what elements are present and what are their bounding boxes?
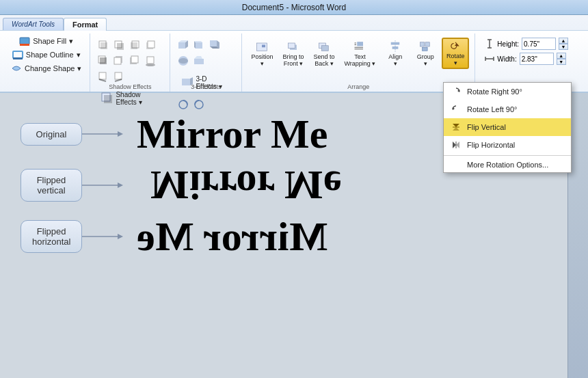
3d-rotate-icon-2[interactable] <box>191 97 206 112</box>
height-spinner: ▲ ▼ <box>559 38 568 50</box>
tab-wordart-tools[interactable]: WordArt Tools <box>3 18 64 30</box>
height-up[interactable]: ▲ <box>559 38 568 44</box>
flip-horizontal-item[interactable]: Flip Horizontal <box>444 136 571 154</box>
height-down[interactable]: ▼ <box>559 44 568 50</box>
svg-rect-1 <box>20 44 29 46</box>
3d-icon-1[interactable] <box>176 38 191 53</box>
shape-actions: Shape Fill ▾ Shape Outline ▾ <box>8 35 84 90</box>
shadow-icon-8[interactable] <box>143 53 158 68</box>
flipped-horizontal-label: Flippedhorizontal <box>32 226 70 247</box>
group-button[interactable]: Group ▾ <box>412 38 439 69</box>
group-label-shadow: Shadow Effects <box>109 83 151 90</box>
rotate-right-label: Rotate Right 90° <box>467 87 522 96</box>
svg-rect-55 <box>391 42 400 45</box>
shape-outline-button[interactable]: Shape Outline ▾ <box>10 49 83 61</box>
svg-marker-80 <box>118 234 123 239</box>
shape-fill-icon <box>19 36 30 46</box>
wordart-flipped-h-container: Mirror Me <box>123 216 341 257</box>
shape-outline-icon <box>12 49 23 60</box>
rotate-left-item[interactable]: Rotate Left 90° <box>444 100 571 118</box>
svg-rect-49 <box>358 42 364 46</box>
svg-point-36 <box>178 58 188 64</box>
svg-rect-57 <box>420 42 425 46</box>
3d-icon-2[interactable] <box>191 38 206 53</box>
3d-icon-4[interactable] <box>176 53 191 68</box>
svg-marker-31 <box>194 41 202 42</box>
shadow-icon-4[interactable] <box>143 38 158 53</box>
width-label: Width: <box>497 55 516 63</box>
svg-rect-20 <box>99 72 106 79</box>
svg-rect-25 <box>104 95 112 103</box>
rotate-left-icon <box>451 104 462 115</box>
more-rotation-item[interactable]: More Rotation Options... <box>444 157 571 172</box>
more-rotation-label: More Rotation Options... <box>467 161 548 169</box>
tab-format[interactable]: Format <box>64 18 107 31</box>
height-input[interactable] <box>522 38 556 50</box>
align-button[interactable]: Align ▾ <box>382 38 409 69</box>
shape-fill-label: Shape Fill <box>33 37 66 45</box>
shape-outline-arrow: ▾ <box>77 51 81 59</box>
flip-vertical-item[interactable]: Flip Vertical <box>444 118 571 136</box>
rotate-button[interactable]: Rotate ▾ <box>442 38 469 69</box>
svg-rect-19 <box>147 57 154 64</box>
svg-marker-78 <box>118 183 123 188</box>
ribbon: WordArt Tools Format Shape Fill ▾ <box>0 15 588 93</box>
height-icon <box>485 39 494 49</box>
shadow-icon-2[interactable] <box>111 38 126 53</box>
height-row: Height: ▲ ▼ <box>485 38 568 50</box>
ribbon-group-shapes: Shape Fill ▾ Shape Outline ▾ <box>3 33 90 92</box>
ribbon-group-shadow: ShadowEffects ▾ Shadow Effects <box>90 33 170 92</box>
change-shape-label: Change Shape <box>25 64 75 72</box>
svg-marker-72 <box>453 141 456 148</box>
shape-fill-arrow: ▾ <box>69 37 73 46</box>
flipped-horizontal-arrow <box>82 230 123 243</box>
position-button[interactable]: Position ▾ <box>248 38 276 69</box>
3d-effects-button[interactable]: 3-DEffects ▾ <box>176 69 226 96</box>
svg-rect-13 <box>100 57 107 64</box>
shape-outline-label: Shape Outline <box>26 51 74 59</box>
flipped-vertical-arrow <box>82 178 123 192</box>
ribbon-group-arrange: Position ▾ Bring to Front ▾ <box>242 33 475 92</box>
size-inputs: Height: ▲ ▼ Width: ▲ <box>481 35 572 68</box>
shadow-icon-9[interactable] <box>96 69 111 84</box>
svg-rect-2 <box>13 51 23 58</box>
bring-to-front-button[interactable]: Bring to Front ▾ <box>279 38 307 69</box>
shadow-icon-5[interactable] <box>96 53 111 68</box>
title-text: Document5 - Microsoft Word <box>242 3 347 12</box>
change-shape-arrow: ▾ <box>77 64 81 73</box>
shadow-icon-6[interactable] <box>111 53 126 68</box>
rotate-left-label: Rotate Left 90° <box>467 105 518 113</box>
width-spinner: ▲ ▼ <box>557 53 566 65</box>
svg-rect-39 <box>182 79 190 85</box>
original-callout: Original <box>21 123 82 146</box>
width-icon <box>485 54 494 64</box>
svg-rect-26 <box>178 42 185 49</box>
svg-rect-0 <box>20 38 29 44</box>
svg-marker-70 <box>453 127 459 131</box>
svg-rect-37 <box>194 59 204 64</box>
shadow-icon-10[interactable] <box>111 69 126 84</box>
3d-rotate-icon-1[interactable] <box>176 97 191 112</box>
svg-rect-58 <box>425 42 429 46</box>
change-shape-button[interactable]: Change Shape ▾ <box>8 62 84 75</box>
send-to-back-button[interactable]: Send to Back ▾ <box>310 38 338 69</box>
original-arrow <box>82 127 123 141</box>
3d-icon-3[interactable] <box>207 38 222 53</box>
ribbon-group-3d: 3-DEffects ▾ 3-D Effects <box>170 33 242 92</box>
text-wrapping-button[interactable]: Text Wrapping ▾ <box>341 38 379 69</box>
width-down[interactable]: ▼ <box>557 59 566 65</box>
shadow-icon-1[interactable] <box>96 38 111 53</box>
flipped-horizontal-row: Flippedhorizontal Mirror Me <box>21 216 547 257</box>
svg-point-18 <box>146 64 155 66</box>
width-up[interactable]: ▲ <box>557 53 566 59</box>
width-input[interactable] <box>520 53 554 65</box>
flip-vertical-icon <box>451 122 462 133</box>
rotate-right-item[interactable]: Rotate Right 90° <box>444 83 571 100</box>
shape-fill-button[interactable]: Shape Fill ▾ <box>16 35 76 47</box>
shadow-icon-7[interactable] <box>127 53 142 68</box>
3d-icon-5[interactable] <box>191 53 206 68</box>
shadow-icon-3[interactable] <box>127 38 142 53</box>
flip-vertical-label: Flip Vertical <box>467 123 506 131</box>
svg-rect-46 <box>288 43 295 49</box>
svg-rect-44 <box>262 45 265 48</box>
